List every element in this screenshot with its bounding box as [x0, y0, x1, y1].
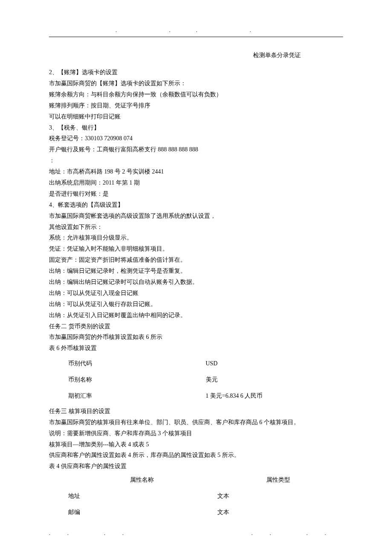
text-line: 市加赢国际商贸的核算项目有往来单位、部门、职员、供应商、客户和库存商品 6 个核…	[49, 417, 343, 428]
text-line: 开户银行及账号：工商银行富阳高桥支行 888 888 888 888	[49, 144, 343, 155]
header-rule	[49, 37, 343, 37]
attr-header-type: 属性类型	[266, 474, 343, 486]
text-line: 出纳：可以从凭证引入现金日记账	[49, 288, 343, 299]
currency-value: USD	[206, 358, 343, 369]
text-line: 2、【账簿】选项卡的设置	[49, 67, 343, 78]
right-column-label: 检测单条分录凭证	[49, 50, 343, 61]
text-line: 说明：需要新增供应商、客户和库存商品 3 个核算项目	[49, 428, 343, 439]
currency-value: 1 美元=6.834 6 人民币	[206, 390, 343, 402]
currency-label: 币别代码	[68, 358, 206, 369]
attr-type: 文本	[217, 507, 343, 518]
text-line: 出纳系统启用期间：2011 年第 1 期	[49, 177, 343, 188]
text-line: 市加赢国际商贸的【账簿】选项卡的设置如下所示：	[49, 78, 343, 89]
text-line: 核算项目—增加类别---输入表 4 或表 5	[49, 439, 343, 450]
text-line: 表 6 外币核算设置	[49, 343, 343, 354]
table-row: 币别代码 USD	[49, 356, 343, 372]
attr-name: 地址	[68, 491, 217, 502]
table-row: 期初汇率 1 美元=6.834 6 人民币	[49, 388, 343, 404]
footer-dots-left: .. ..	[49, 529, 141, 538]
body-block-2: 任务三 核算项目的设置 市加赢国际商贸的核算项目有往来单位、部门、职员、供应商、…	[49, 406, 343, 472]
table-row: 地址 文本	[49, 488, 343, 504]
text-line: 固定资产：固定资产折旧时将减值准备的值计算在。	[49, 254, 343, 266]
currency-label: 期初汇率	[68, 390, 206, 402]
attr-type: 文本	[217, 491, 343, 502]
text-line: ：	[49, 155, 343, 166]
text-line: 其他设置如下所示：	[49, 222, 343, 233]
header-dots: . .. .	[49, 26, 343, 35]
text-line: 任务三 核算项目的设置	[49, 406, 343, 417]
text-line: 是否进行银行对账：是	[49, 188, 343, 199]
text-line: 地址：市高桥高科路 198 号 2 号实训楼 2441	[49, 166, 343, 177]
text-line: 税务登记号：330103 720908 074	[49, 133, 343, 144]
table-header-row: 属性名称 属性类型	[49, 472, 343, 488]
text-line: 账簿排列顺序：按日期、凭证字号排序	[49, 100, 343, 111]
table-row: 币别名称 美元	[49, 372, 343, 388]
text-line: 出纳：可以从凭证引入银行存款日记账。	[49, 299, 343, 310]
text-line: 市加赢国际商贸的外币核算设置如表 6 所示	[49, 332, 343, 343]
text-line: 出纳：编辑出纳日记账记录时可以自动从账务引入数据。	[49, 277, 343, 288]
currency-label: 币别名称	[68, 374, 206, 385]
currency-table: 币别代码 USD 币别名称 美元 期初汇率 1 美元=6.834 6 人民币	[49, 356, 343, 404]
text-line: 供应商和客户的属性设置如表 4 所示，库存商品的属性设置如表 5 所示。	[49, 450, 343, 461]
text-line: 任务二 货币类别的设置	[49, 321, 343, 332]
text-line: 可以在明细账中打印日记账	[49, 111, 343, 122]
footer-dots: .. .. .. ..	[49, 529, 343, 538]
text-line: 出纳：编辑日记账记录时，检测凭证字号是否重复。	[49, 266, 343, 277]
table-row: 邮编 文本	[49, 504, 343, 520]
body-block-1: 2、【账簿】选项卡的设置 市加赢国际商贸的【账簿】选项卡的设置如下所示： 账簿余…	[49, 67, 343, 354]
text-line: 4、帐套选项的【高级设置】	[49, 199, 343, 211]
text-line: 3、【税务、银行】	[49, 122, 343, 133]
text-line: 账簿余额方向：与科目余额方向保持一致（余额数值可以有负数）	[49, 89, 343, 100]
document-page: . .. . 检测单条分录凭证 2、【账簿】选项卡的设置 市加赢国际商贸的【账簿…	[0, 0, 392, 555]
text-line: 系统：允许核算项目分级显示。	[49, 232, 343, 243]
text-line: 出纳：从凭证引入日记账时覆盖出纳中相同的记录。	[49, 310, 343, 321]
attr-header-name: 属性名称	[68, 474, 266, 486]
attribute-table: 属性名称 属性类型 地址 文本 邮编 文本	[49, 472, 343, 520]
currency-value: 美元	[206, 374, 343, 385]
attr-name: 邮编	[68, 507, 217, 518]
text-line: 市加赢国际商贸帐套选项的高级设置除了选用系统的默认设置，	[49, 211, 343, 222]
footer-dots-right: .. ..	[251, 529, 343, 538]
text-line: 凭证：凭证输入时不能输入非明细核算项目。	[49, 243, 343, 254]
text-line: 表 4 供应商和客户的属性设置	[49, 461, 343, 472]
